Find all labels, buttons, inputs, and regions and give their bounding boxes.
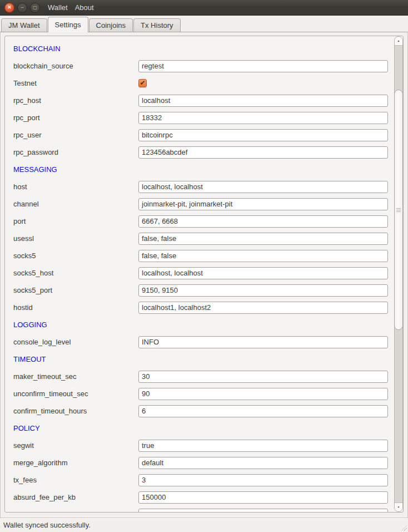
field-row: merge_algorithm <box>5 454 394 471</box>
field-label: hostid <box>13 303 138 312</box>
field-input[interactable] <box>138 95 388 107</box>
field-label: merge_algorithm <box>13 459 138 467</box>
tab-jm-wallet[interactable]: JM Wallet <box>1 18 47 32</box>
field-row: confirm_timeout_hours <box>5 402 394 420</box>
section-header-row: LOGGING <box>5 316 394 333</box>
maximize-icon: ▢ <box>33 6 37 10</box>
field-input[interactable] <box>138 457 388 469</box>
section-header-row: MESSAGING <box>5 161 394 178</box>
field-input[interactable] <box>138 302 388 314</box>
field-input[interactable] <box>138 491 388 504</box>
field-label: host <box>13 183 138 191</box>
section-header-row: BLOCKCHAIN <box>5 40 394 57</box>
scroll-down-icon: ▼ <box>397 506 400 509</box>
field-input[interactable] <box>138 181 388 193</box>
status-bar: Wallet synced successfully. <box>0 518 408 532</box>
section-header: BLOCKCHAIN <box>13 45 61 53</box>
field-label: blockchain_source <box>13 62 138 70</box>
field-input[interactable] <box>138 129 388 141</box>
field-label: confirm_timeout_hours <box>13 407 138 415</box>
close-button[interactable]: ✕ <box>4 3 14 13</box>
menu-bar: WalletAbout <box>48 3 94 12</box>
scroll-down-button[interactable]: ▼ <box>395 503 402 511</box>
field-row: blockchain_source <box>5 57 394 75</box>
field-label: Testnet <box>13 79 138 87</box>
field-label: usessl <box>13 234 138 243</box>
minimize-button[interactable]: – <box>17 3 27 13</box>
field-row: socks5 <box>5 247 394 264</box>
field-label: port <box>13 217 138 225</box>
field-input[interactable] <box>138 233 388 245</box>
field-input[interactable] <box>138 146 388 159</box>
field-label: tx_fees <box>13 476 138 484</box>
section-header: MESSAGING <box>13 165 57 174</box>
field-input[interactable] <box>138 112 388 124</box>
field-row: channel <box>5 195 394 213</box>
partial-field-input[interactable] <box>138 509 388 513</box>
tab-tx-history[interactable]: Tx History <box>133 18 181 32</box>
section-header-row: POLICY <box>5 420 394 437</box>
section-header-row: TIMEOUT <box>5 351 394 368</box>
maximize-button[interactable]: ▢ <box>30 3 40 13</box>
field-label: rpc_user <box>13 131 138 139</box>
field-row: socks5_host <box>5 264 394 282</box>
field-input[interactable] <box>138 198 388 210</box>
field-input[interactable] <box>138 250 388 262</box>
field-row: tx_fees <box>5 471 394 489</box>
settings-form: BLOCKCHAINblockchain_sourceTestnet✔rpc_h… <box>5 36 394 512</box>
scrollbar-thumb[interactable] <box>394 90 403 330</box>
field-row: rpc_host <box>5 92 394 109</box>
field-label: socks5_host <box>13 269 138 277</box>
field-row: Testnet✔ <box>5 75 394 92</box>
field-label: unconfirm_timeout_sec <box>13 390 138 398</box>
menu-wallet[interactable]: Wallet <box>48 3 68 12</box>
minimize-icon: – <box>21 5 23 10</box>
field-row: maker_timeout_sec <box>5 368 394 385</box>
field-label: rpc_password <box>13 148 138 156</box>
status-message: Wallet synced successfully. <box>3 521 91 529</box>
field-label: console_log_level <box>13 338 138 346</box>
title-bar: ✕ – ▢ WalletAbout <box>0 0 408 16</box>
resize-grip[interactable] <box>400 524 407 531</box>
scroll-up-button[interactable]: ▲ <box>395 37 402 46</box>
field-label: rpc_port <box>13 114 138 122</box>
field-input[interactable] <box>138 405 388 417</box>
field-label: rpc_host <box>13 96 138 105</box>
section-header: TIMEOUT <box>13 355 46 363</box>
testnet-checkbox[interactable]: ✔ <box>138 79 147 87</box>
field-row: absurd_fee_per_kb <box>5 489 394 506</box>
field-row: console_log_level <box>5 333 394 351</box>
field-input[interactable] <box>138 60 388 72</box>
field-row: socks5_port <box>5 282 394 299</box>
section-header: LOGGING <box>13 321 47 329</box>
field-input[interactable] <box>138 371 388 383</box>
tab-coinjoins[interactable]: Coinjoins <box>89 18 133 32</box>
scrollbar-track[interactable]: ▲ ▼ <box>394 36 403 512</box>
field-input[interactable] <box>138 215 388 228</box>
field-label: segwit <box>13 441 138 450</box>
section-header: POLICY <box>13 424 40 432</box>
field-label: absurd_fee_per_kb <box>13 493 138 501</box>
field-label: channel <box>13 200 138 208</box>
field-row: usessl <box>5 230 394 247</box>
field-row: rpc_port <box>5 109 394 126</box>
settings-scroll-area: BLOCKCHAINblockchain_sourceTestnet✔rpc_h… <box>4 36 404 513</box>
field-row: port <box>5 213 394 230</box>
field-input[interactable] <box>138 284 388 297</box>
field-row: rpc_user <box>5 126 394 144</box>
field-label: maker_timeout_sec <box>13 372 138 381</box>
field-input[interactable] <box>138 267 388 279</box>
tab-bar: JM WalletSettingsCoinjoinsTx History <box>0 16 408 32</box>
field-label: socks5 <box>13 252 138 260</box>
field-input[interactable] <box>138 440 388 452</box>
field-row: host <box>5 178 394 195</box>
field-input[interactable] <box>138 336 388 348</box>
field-row <box>5 506 394 512</box>
field-label: socks5_port <box>13 286 138 294</box>
field-row: unconfirm_timeout_sec <box>5 385 394 402</box>
field-input[interactable] <box>138 474 388 486</box>
field-input[interactable] <box>138 388 388 400</box>
tab-settings[interactable]: Settings <box>48 17 88 32</box>
scroll-up-icon: ▲ <box>397 40 400 43</box>
menu-about[interactable]: About <box>75 3 94 12</box>
